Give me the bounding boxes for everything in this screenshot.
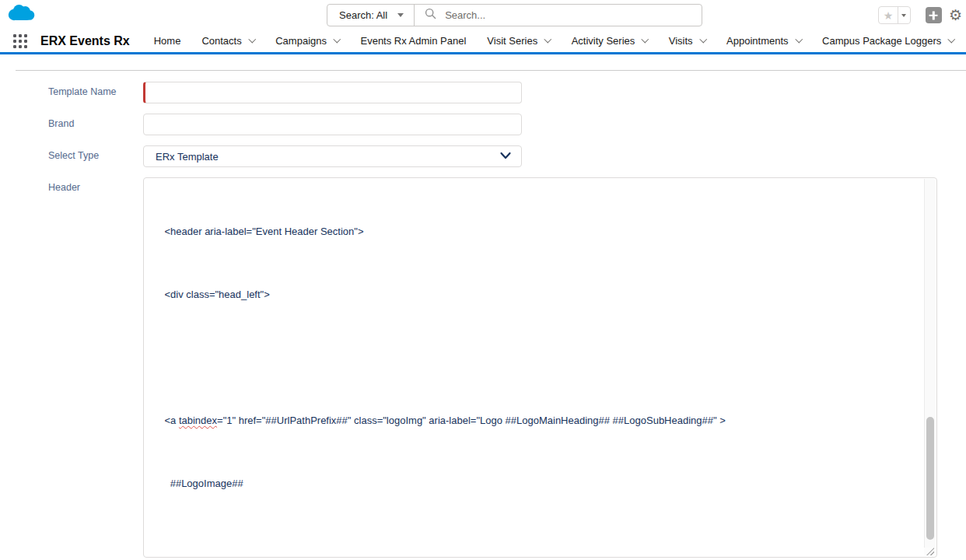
nav-tab-activity-series[interactable]: Activity Series xyxy=(572,35,648,47)
favorites-dropdown-button[interactable] xyxy=(898,7,910,23)
code-line: ##LogoImage## xyxy=(153,473,920,494)
app-navigation-bar: ERX Events Rx Home Contacts Campaigns Ev… xyxy=(0,30,966,54)
code-line: <header aria-label="Event Header Section… xyxy=(153,221,920,242)
select-type-value: ERx Template xyxy=(156,151,499,163)
code-line xyxy=(153,536,920,556)
favorites-button-group: ★ xyxy=(878,6,911,24)
code-line: <a tabindex="1" href="##UrlPathPrefix##"… xyxy=(153,410,920,431)
header-code-textarea[interactable]: <header aria-label="Event Header Section… xyxy=(143,177,937,558)
textarea-scrollbar-track[interactable] xyxy=(924,179,936,548)
select-chevron-down-icon xyxy=(499,149,512,163)
header-actions: ★ ⚙ xyxy=(878,6,962,24)
search-icon xyxy=(425,8,436,23)
nav-tab-visits[interactable]: Visits xyxy=(669,35,705,47)
search-input[interactable] xyxy=(445,9,702,21)
search-field-wrap xyxy=(415,5,702,26)
scope-caret-down-icon xyxy=(397,13,404,17)
textarea-scrollbar-corner xyxy=(924,548,936,556)
code-line xyxy=(153,347,920,368)
template-name-input[interactable] xyxy=(143,82,522,103)
textarea-resize-grip-icon[interactable] xyxy=(926,548,934,555)
nav-tab-home[interactable]: Home xyxy=(154,35,181,47)
brand-input[interactable] xyxy=(143,114,522,135)
nav-tab-events-rx-admin-panel[interactable]: Events Rx Admin Panel xyxy=(360,35,466,47)
app-launcher-icon[interactable] xyxy=(13,34,27,48)
search-scope-selector[interactable]: Search: All xyxy=(327,5,415,26)
template-name-label: Template Name xyxy=(48,86,117,97)
chevron-down-icon xyxy=(795,36,802,43)
chevron-down-icon xyxy=(248,36,255,43)
setup-gear-icon[interactable]: ⚙ xyxy=(949,7,962,23)
header-label: Header xyxy=(48,182,80,193)
nav-tab-appointments[interactable]: Appointments xyxy=(726,35,801,47)
favorite-star-icon[interactable]: ★ xyxy=(879,7,898,23)
nav-tab-contacts[interactable]: Contacts xyxy=(201,35,254,47)
app-name: ERX Events Rx xyxy=(40,34,130,48)
chevron-down-icon xyxy=(544,36,551,43)
nav-tabs: Home Contacts Campaigns Events Rx Admin … xyxy=(154,35,966,47)
textarea-scrollbar-thumb[interactable] xyxy=(926,417,934,540)
salesforce-app-window: Search: All ★ ⚙ ERX Events Rx xyxy=(0,0,966,560)
chevron-down-icon xyxy=(699,36,706,43)
content-divider xyxy=(16,70,966,71)
select-type-dropdown[interactable]: ERx Template xyxy=(143,145,522,167)
salesforce-cloud-logo-icon[interactable] xyxy=(7,3,35,26)
global-header: Search: All ★ ⚙ xyxy=(0,0,966,30)
favorites-caret-down-icon xyxy=(901,14,906,17)
chevron-down-icon xyxy=(642,36,649,43)
global-search: Search: All xyxy=(327,4,702,26)
nav-tab-campaigns[interactable]: Campaigns xyxy=(275,35,339,47)
nav-tab-visit-series[interactable]: Visit Series xyxy=(487,35,550,47)
chevron-down-icon xyxy=(948,36,955,43)
chevron-down-icon xyxy=(334,36,341,43)
code-line: <div class="head_left"> xyxy=(153,284,920,305)
code-content: <header aria-label="Event Header Section… xyxy=(144,179,923,556)
select-type-label: Select Type xyxy=(48,150,99,161)
global-actions-plus-button[interactable] xyxy=(926,7,942,23)
nav-tab-campus-package-loggers[interactable]: Campus Package Loggers xyxy=(822,35,954,47)
search-scope-label: Search: All xyxy=(339,9,387,21)
brand-label: Brand xyxy=(48,118,74,129)
